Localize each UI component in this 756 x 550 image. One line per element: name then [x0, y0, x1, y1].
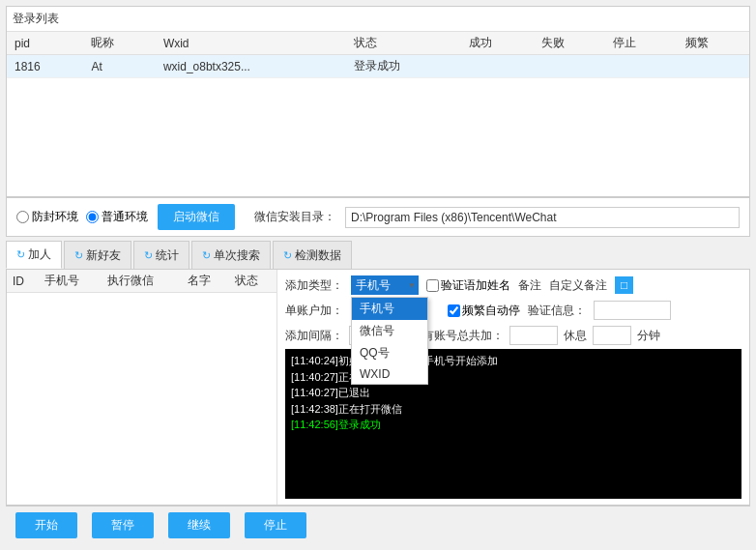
env-section: 防封环境 普通环境 启动微信 微信安装目录：: [6, 197, 750, 237]
tab-stats-label: 统计: [156, 247, 179, 264]
add-table-scroll-area: [7, 293, 276, 390]
left-panel: ID 手机号 执行微信 名字 状态: [7, 270, 277, 505]
add-col-phone: 手机号: [39, 270, 102, 293]
install-dir-label: 微信安装目录：: [254, 209, 335, 225]
total-account-input[interactable]: [509, 326, 558, 345]
install-dir-input[interactable]: [345, 207, 740, 228]
rest-unit-label: 分钟: [637, 328, 660, 344]
col-pid: pid: [7, 32, 83, 55]
cell-success: [461, 55, 533, 78]
tab-detectdata[interactable]: ↻ 检测数据: [273, 241, 352, 269]
bottom-section: ID 手机号 执行微信 名字 状态 添加类型： ▼: [6, 270, 750, 506]
config-row-1: 添加类型： ▼ 手机号 微信号 QQ号 WXID 验证语加姓名 备: [285, 275, 741, 295]
pause-button[interactable]: 暂停: [92, 512, 154, 538]
radio-normal-input[interactable]: [86, 211, 99, 223]
tab-add[interactable]: ↻ 加人: [6, 241, 62, 269]
col-frequent: 频繁: [678, 32, 749, 55]
radio-group: 防封环境 普通环境: [16, 209, 148, 225]
cell-stop: [605, 55, 677, 78]
note-label: 备注: [518, 277, 541, 294]
auto-freq-checkbox-label[interactable]: 频繁自动停: [448, 303, 520, 319]
dropdown-item-wechat[interactable]: 微信号: [352, 320, 427, 342]
custom-note-label: 自定义备注: [549, 277, 607, 294]
verify-name-checkbox[interactable]: [426, 279, 439, 292]
dropdown-item-wxid[interactable]: WXID: [352, 364, 427, 384]
cell-fail: [534, 55, 605, 78]
tabs-section: ↻ 加人 ↻ 新好友 ↻ 统计 ↻ 单次搜索 ↻ 检测数据: [6, 241, 750, 270]
col-wxid: Wxid: [156, 32, 346, 55]
right-panel: 添加类型： ▼ 手机号 微信号 QQ号 WXID 验证语加姓名 备: [277, 270, 749, 505]
dropdown-item-qq[interactable]: QQ号: [352, 342, 427, 364]
tab-detectdata-icon: ↻: [283, 249, 292, 262]
tab-newfriend-icon: ↻: [74, 249, 83, 262]
add-type-input[interactable]: [351, 275, 419, 295]
single-account-label: 单账户加：: [285, 303, 343, 319]
radio-anti-input[interactable]: [16, 211, 29, 223]
verify-info-label: 验证信息：: [528, 303, 586, 319]
action-buttons: 开始 暂停 继续 停止: [6, 506, 750, 544]
add-col-id: ID: [7, 270, 39, 293]
col-nickname: 昵称: [83, 32, 155, 55]
dropdown-item-phone[interactable]: 手机号: [352, 298, 427, 320]
cell-nickname: At: [83, 55, 155, 78]
col-stop: 停止: [605, 32, 677, 55]
main-container: 登录列表 pid 昵称 Wxid 状态 成功 失败 停止 频繁: [0, 0, 756, 550]
login-table: pid 昵称 Wxid 状态 成功 失败 停止 频繁 1816 At wxid_: [7, 32, 749, 78]
col-status: 状态: [346, 32, 461, 55]
log-line-5: [11:42:56]登录成功: [291, 417, 736, 433]
start-button[interactable]: 开始: [15, 512, 77, 538]
col-fail: 失败: [534, 32, 605, 55]
rest-label: 休息: [564, 328, 587, 344]
tab-stats-icon: ↻: [144, 249, 153, 262]
radio-normal-env[interactable]: 普通环境: [86, 209, 148, 225]
cell-pid: 1816: [7, 55, 83, 78]
tab-add-label: 加人: [28, 246, 51, 263]
tab-singlesearch-label: 单次搜索: [214, 247, 260, 264]
auto-freq-label: 频繁自动停: [462, 303, 520, 319]
launch-wechat-button[interactable]: 启动微信: [158, 204, 235, 230]
tab-singlesearch-icon: ↻: [202, 249, 211, 262]
radio-anti-label: 防封环境: [32, 209, 78, 225]
radio-normal-label: 普通环境: [102, 209, 148, 225]
stop-button[interactable]: 停止: [245, 512, 306, 538]
cell-status: 登录成功: [346, 55, 461, 78]
cell-frequent: [678, 55, 749, 78]
table-row[interactable]: 1816 At wxid_o8btx325... 登录成功: [7, 55, 749, 78]
custom-note-button[interactable]: □: [615, 276, 633, 294]
add-col-name: 名字: [182, 270, 229, 293]
continue-button[interactable]: 继续: [168, 512, 230, 538]
log-line-4: [11:42:38]正在打开微信: [291, 401, 736, 418]
tab-newfriend-label: 新好友: [86, 247, 121, 264]
cell-wxid: wxid_o8btx325...: [156, 55, 346, 78]
login-table-wrapper: pid 昵称 Wxid 状态 成功 失败 停止 频繁 1816 At wxid_: [7, 32, 749, 196]
tab-add-icon: ↻: [16, 248, 25, 261]
add-type-select-wrapper: ▼ 手机号 微信号 QQ号 WXID: [351, 275, 419, 295]
verify-name-checkbox-label[interactable]: 验证语加姓名: [426, 277, 510, 294]
verify-name-label: 验证语加姓名: [441, 277, 510, 294]
tab-newfriend[interactable]: ↻ 新好友: [64, 241, 131, 269]
rest-input[interactable]: [593, 326, 631, 345]
login-section: 登录列表 pid 昵称 Wxid 状态 成功 失败 停止 频繁: [6, 6, 750, 197]
add-interval-label: 添加间隔：: [285, 328, 343, 344]
tab-stats[interactable]: ↻ 统计: [133, 241, 189, 269]
log-line-3: [11:40:27]已退出: [291, 385, 736, 401]
add-table: ID 手机号 执行微信 名字 状态: [7, 270, 276, 293]
tab-singlesearch[interactable]: ↻ 单次搜索: [191, 241, 271, 269]
col-success: 成功: [461, 32, 533, 55]
add-col-status: 状态: [229, 270, 276, 293]
verify-info-input[interactable]: [594, 301, 671, 320]
auto-freq-checkbox[interactable]: [448, 304, 460, 317]
login-section-title: 登录列表: [7, 7, 749, 32]
tab-detectdata-label: 检测数据: [295, 247, 341, 264]
radio-anti-env[interactable]: 防封环境: [16, 209, 78, 225]
add-type-label: 添加类型：: [285, 277, 343, 294]
add-type-dropdown[interactable]: 手机号 微信号 QQ号 WXID: [351, 297, 428, 385]
add-col-wechat: 执行微信: [102, 270, 181, 293]
